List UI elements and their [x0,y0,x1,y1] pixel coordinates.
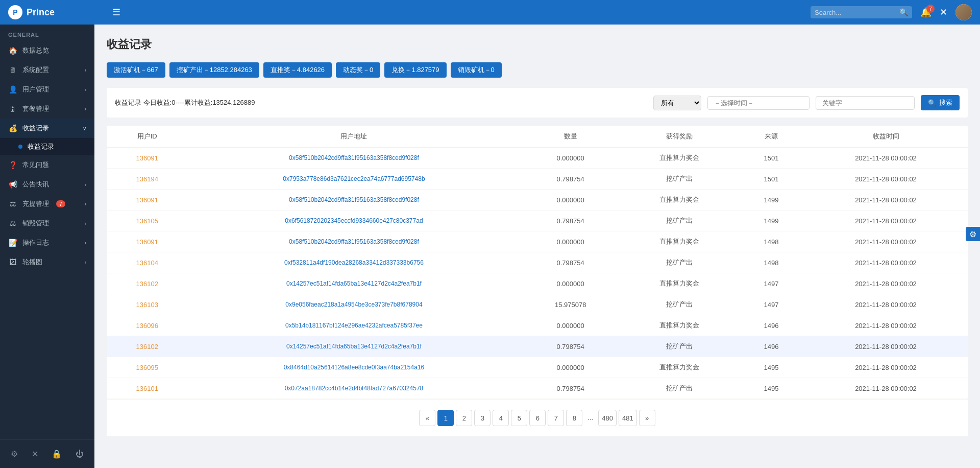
sidebar-item-package-manage[interactable]: 🎛 套餐管理 › [0,99,94,119]
cell-address[interactable]: 0x14257ec51af14fda65ba13e4127d2c4a2fea7b… [187,273,520,294]
sidebar-label-package-manage: 套餐管理 [22,104,49,113]
cell-user-id[interactable]: 136091 [107,231,187,252]
sidebar-subitem-earnings-record[interactable]: 收益记录 [0,138,94,155]
chevron-icon-3: › [85,106,86,112]
chevron-icon-7: › [85,221,86,226]
cell-address[interactable]: 0x9e056faeac218a1a4954be3ce373fe7b8f6789… [187,294,520,315]
chevron-icon-6: › [85,201,86,207]
home-icon: 🏠 [8,46,17,55]
pill-exchange[interactable]: 兑换－1.827579 [384,62,446,78]
cell-user-id[interactable]: 136194 [107,169,187,190]
cell-time: 2021-11-28 00:00:02 [804,190,968,210]
cell-user-id[interactable]: 136103 [107,294,187,315]
sidebar-label-earnings: 收益记录 [22,124,49,133]
pagination-page-8[interactable]: 8 [566,410,582,426]
pagination-next[interactable]: » [639,410,655,426]
pill-direct-reward[interactable]: 直推奖－4.842626 [263,62,332,78]
cell-address[interactable]: 0x58f510b2042cd9ffa31f95163a358f8ced9f02… [187,231,520,252]
cell-reward: 直推算力奖金 [621,357,739,378]
cell-user-id[interactable]: 136095 [107,357,187,378]
sidebar-sublabel-earnings-record: 收益记录 [28,142,54,151]
recharge-icon: ⚖ [8,200,17,208]
power-button[interactable]: ⏻ [72,447,87,462]
cell-reward: 直推算力奖金 [621,231,739,252]
cell-user-id[interactable]: 136096 [107,315,187,336]
table-row: 136103 0x9e056faeac218a1a4954be3ce373fe7… [107,294,968,315]
sidebar-item-dashboard[interactable]: 🏠 数据总览 [0,41,94,60]
pagination-page-5[interactable]: 5 [511,410,527,426]
lock-button[interactable]: 🔒 [48,446,65,462]
cell-user-id[interactable]: 136104 [107,252,187,273]
tools-bottom-button[interactable]: ✕ [29,446,41,462]
cell-address[interactable]: 0x58f510b2042cd9ffa31f95163a358f8ced9f02… [187,148,520,169]
cell-address[interactable]: 0x072aa18782cc4b14e2d4bf48fad727a6703245… [187,378,520,399]
filter-type-select[interactable]: 所有 挖矿产出 直推奖 动态奖 兑换 销毁矿机 [653,96,701,110]
notification-button[interactable]: 🔔 7 [920,7,932,18]
sidebar-label-carousel: 轮播图 [22,258,42,267]
sidebar-label-faq: 常见问题 [22,160,49,170]
pill-mining-output[interactable]: 挖矿产出－12852.284263 [169,62,259,78]
pill-dynamic-reward[interactable]: 动态奖－0 [336,62,380,78]
sidebar-item-announcement[interactable]: 📢 公告快讯 › [0,175,94,194]
user-icon: 👤 [8,85,17,93]
cell-address[interactable]: 0x7953a778e86d3a7621cec2ea74a6777ad69574… [187,169,520,190]
cell-address[interactable]: 0x5b14b181167bf124e296ae4232afcea5785f37… [187,315,520,336]
cell-user-id[interactable]: 136105 [107,210,187,231]
pill-activate-miner[interactable]: 激活矿机－667 [107,62,165,78]
cell-address[interactable]: 0x14257ec51af14fda65ba13e4127d2c4a2fea7b… [187,336,520,357]
topbar-left: Prince ☰ [8,5,125,20]
sidebar-item-system-config[interactable]: 🖥 系统配置 › [0,60,94,80]
cell-amount: 0.000000 [520,273,620,294]
pagination: « 1 2 3 4 5 6 7 8 ... 480 481 » [107,400,968,436]
table-container: 用户ID 用户地址 数量 获得奖励 来源 收益时间 136091 0x58f51… [107,126,968,399]
cell-reward: 挖矿产出 [621,169,739,190]
cell-user-id[interactable]: 136102 [107,273,187,294]
filter-info: 收益记录 今日收益:0----累计收益:13524.126889 [115,98,647,107]
cell-amount: 0.000000 [520,231,620,252]
cell-address[interactable]: 0xf532811a4df190dea28268a33412d337333b67… [187,252,520,273]
tools-button[interactable]: ✕ [940,7,947,18]
sidebar-item-carousel[interactable]: 🖼 轮播图 › [0,252,94,272]
cell-user-id[interactable]: 136091 [107,148,187,169]
cell-address[interactable]: 0x8464d10a25614126a8ee8cde0f3aa74ba2154a… [187,357,520,378]
search-icon-button[interactable]: 🔍 [899,8,908,16]
sidebar-item-destroy-manage[interactable]: ⚖ 销毁管理 › [0,214,94,233]
cell-user-id[interactable]: 136101 [107,378,187,399]
search-input[interactable] [815,9,896,16]
keyword-input[interactable] [816,96,915,110]
date-input[interactable] [707,96,810,110]
sidebar-item-faq[interactable]: ❓ 常见问题 [0,155,94,175]
cell-address[interactable]: 0x6f5618720202345eccfd9334660e427c80c377… [187,210,520,231]
pagination-page-481[interactable]: 481 [619,410,637,426]
earnings-icon: 💰 [8,124,17,132]
sidebar-label-destroy-manage: 销毁管理 [22,219,49,228]
table-header: 用户ID 用户地址 数量 获得奖励 来源 收益时间 [107,126,968,148]
pagination-page-7[interactable]: 7 [548,410,564,426]
cell-address[interactable]: 0x58f510b2042cd9ffa31f95163a358f8ced9f02… [187,190,520,210]
topbar: Prince ☰ 🔍 🔔 7 ✕ [0,0,980,25]
right-float-button[interactable]: ⚙ [966,227,980,241]
pagination-page-480[interactable]: 480 [598,410,617,426]
pagination-page-6[interactable]: 6 [529,410,546,426]
cell-reward: 直推算力奖金 [621,190,739,210]
cell-user-id[interactable]: 136091 [107,190,187,210]
sidebar-item-operation-log[interactable]: 📝 操作日志 › [0,233,94,252]
cell-user-id[interactable]: 136102 [107,336,187,357]
pill-destroy-miner[interactable]: 销毁矿机－0 [451,62,502,78]
sidebar-item-earnings[interactable]: 💰 收益记录 ∨ [0,119,94,138]
pagination-page-4[interactable]: 4 [493,410,509,426]
pagination-page-3[interactable]: 3 [474,410,491,426]
pagination-prev[interactable]: « [419,410,435,426]
hamburger-button[interactable]: ☰ [108,5,125,20]
cell-reward: 直推算力奖金 [621,273,739,294]
pagination-page-1[interactable]: 1 [437,410,454,426]
pagination-page-2[interactable]: 2 [456,410,472,426]
avatar[interactable] [955,4,972,20]
cell-reward: 挖矿产出 [621,336,739,357]
page-title: 收益记录 [107,37,968,52]
sidebar-item-recharge-manage[interactable]: ⚖ 充提管理 7 › [0,194,94,214]
search-button[interactable]: 🔍 搜索 [921,95,960,110]
package-icon: 🎛 [8,105,17,113]
settings-button[interactable]: ⚙ [8,446,21,462]
sidebar-item-user-manage[interactable]: 👤 用户管理 › [0,80,94,99]
